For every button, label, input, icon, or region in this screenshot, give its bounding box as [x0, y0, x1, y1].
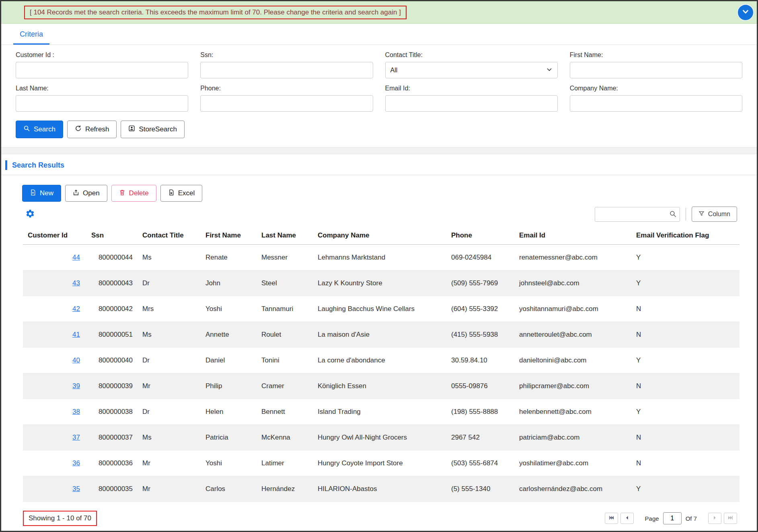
next-page-button[interactable]: [708, 513, 721, 524]
funnel-icon: [698, 211, 705, 218]
table-row: 43 800000043 Dr John Steel Lazy K Kountr…: [23, 270, 740, 296]
email-cell: carloshernández@abc.com: [514, 476, 631, 502]
search-button[interactable]: Search: [16, 121, 63, 138]
last-page-button[interactable]: [724, 513, 737, 524]
column-header-contact-title[interactable]: Contact Title: [138, 227, 201, 245]
customer-id-link[interactable]: 44: [72, 254, 80, 261]
phone-cell: (503) 555-6874: [446, 450, 514, 476]
prev-page-button[interactable]: [620, 513, 634, 524]
field-first-name: First Name:: [570, 51, 742, 78]
column-header-email-verification-flag[interactable]: Email Verification Flag: [631, 227, 740, 245]
last-name-cell: Tonini: [257, 348, 313, 373]
criteria-panel: Criteria Customer Id : Ssn: Contact Titl…: [1, 24, 757, 147]
ssn-input[interactable]: [200, 62, 373, 78]
first-name-cell: Carlos: [201, 476, 257, 502]
ssn-label: Ssn:: [200, 51, 373, 59]
email-cell: helenbennett@abc.com: [514, 399, 631, 425]
company-name-cell: La maison d'Asie: [313, 322, 446, 348]
customer-id-link[interactable]: 40: [72, 356, 80, 364]
customer-id-link[interactable]: 36: [72, 459, 80, 467]
company-name-cell: Lehmanns Marktstand: [313, 245, 446, 270]
customer-id-link[interactable]: 42: [72, 305, 80, 313]
first-page-button[interactable]: [605, 513, 618, 524]
results-panel: Search Results New Open Delete: [1, 154, 757, 526]
results-toolbar: New Open Delete Excel: [22, 185, 757, 202]
column-chooser-button[interactable]: Column: [692, 207, 737, 222]
field-contact-title: Contact Title: All: [385, 51, 558, 78]
email-id-label: Email Id:: [385, 85, 558, 92]
ssn-cell: 800000043: [86, 270, 138, 296]
settings-button[interactable]: [25, 209, 35, 220]
column-header-phone[interactable]: Phone: [446, 227, 514, 245]
page-number-input[interactable]: [663, 512, 682, 524]
page-label: Page: [643, 515, 661, 522]
column-header-ssn[interactable]: Ssn: [86, 227, 138, 245]
ssn-cell: 800000051: [86, 322, 138, 348]
excel-button-label: Excel: [178, 189, 195, 197]
grid-search-box: [595, 207, 680, 222]
table-row: 36 800000036 Mr Yoshi Latimer Hungry Coy…: [23, 450, 740, 476]
company-name-cell: Island Trading: [313, 399, 446, 425]
email-id-input[interactable]: [385, 95, 558, 112]
email-verification-flag-cell: N: [631, 296, 740, 322]
phone-cell: 069-0245984: [446, 245, 514, 270]
customer-id-link[interactable]: 37: [72, 434, 80, 441]
customer-id-link[interactable]: 39: [72, 382, 80, 390]
first-page-icon: [608, 515, 614, 522]
table-row: 38 800000038 Dr Helen Bennett Island Tra…: [23, 399, 740, 425]
company-name-cell: La corne d'abondance: [313, 348, 446, 373]
first-name-cell: Renate: [201, 245, 257, 270]
store-search-button-label: StoreSearch: [139, 125, 177, 133]
contact-title-cell: Ms: [138, 322, 201, 348]
results-search-input[interactable]: [595, 207, 680, 222]
first-name-input[interactable]: [570, 62, 742, 78]
ssn-cell: 800000035: [86, 476, 138, 502]
contact-title-cell: Mr: [138, 373, 201, 399]
field-ssn: Ssn:: [200, 51, 373, 78]
tab-bar: Criteria: [1, 24, 757, 45]
new-button[interactable]: New: [22, 185, 61, 202]
column-header-company-name[interactable]: Company Name: [313, 227, 446, 245]
company-name-input[interactable]: [570, 95, 742, 112]
criteria-actions: Search Refresh StoreSearch: [1, 112, 757, 147]
email-cell: annetteroulet@abc.com: [514, 322, 631, 348]
column-header-first-name[interactable]: First Name: [201, 227, 257, 245]
email-cell: renatemessner@abc.com: [514, 245, 631, 270]
customer-id-link[interactable]: 38: [72, 408, 80, 415]
phone-cell: 2967 542: [446, 425, 514, 450]
grid-controls: Column: [25, 207, 737, 222]
column-header-email-id[interactable]: Email Id: [514, 227, 631, 245]
delete-button[interactable]: Delete: [111, 185, 156, 202]
first-name-cell: Annette: [201, 322, 257, 348]
customer-id-input[interactable]: [16, 62, 188, 78]
customer-id-link[interactable]: 41: [72, 331, 80, 338]
contact-title-label: Contact Title:: [385, 51, 558, 59]
store-search-button[interactable]: StoreSearch: [121, 121, 185, 138]
column-header-customer-id[interactable]: Customer Id: [23, 227, 86, 245]
excel-button[interactable]: Excel: [160, 185, 203, 202]
last-name-cell: Steel: [257, 270, 313, 296]
last-name-label: Last Name:: [16, 85, 188, 92]
search-button-label: Search: [34, 125, 55, 133]
table-row: 41 800000051 Ms Annette Roulet La maison…: [23, 322, 740, 348]
column-header-last-name[interactable]: Last Name: [257, 227, 313, 245]
field-last-name: Last Name:: [16, 85, 188, 112]
open-icon: [73, 189, 79, 198]
email-verification-flag-cell: N: [631, 373, 740, 399]
title-accent-bar: [5, 160, 7, 170]
first-name-cell: John: [201, 270, 257, 296]
customer-id-link[interactable]: 43: [72, 279, 80, 287]
tab-criteria[interactable]: Criteria: [13, 24, 49, 45]
collapse-banner-button[interactable]: [737, 4, 754, 21]
store-search-icon: [128, 125, 135, 134]
phone-cell: (604) 555-3392: [446, 296, 514, 322]
open-button[interactable]: Open: [65, 185, 107, 202]
refresh-button[interactable]: Refresh: [67, 121, 117, 138]
contact-title-select[interactable]: All: [385, 62, 558, 78]
customer-id-link[interactable]: 35: [72, 485, 80, 493]
field-company-name: Company Name:: [570, 85, 742, 112]
phone-input[interactable]: [200, 95, 373, 112]
ssn-cell: 800000038: [86, 399, 138, 425]
contact-title-cell: Mrs: [138, 296, 201, 322]
last-name-input[interactable]: [16, 95, 188, 112]
